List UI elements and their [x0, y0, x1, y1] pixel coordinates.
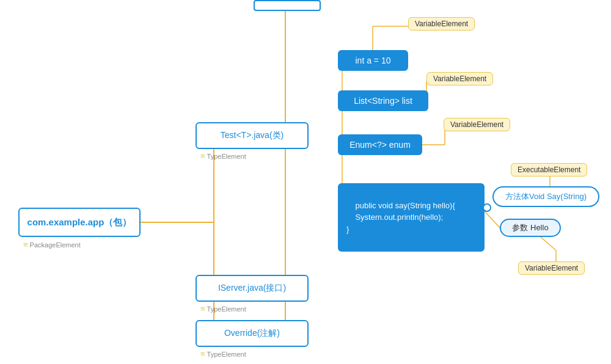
- ve4-label: VariableElement: [525, 264, 578, 272]
- var-list-label: List<String> list: [354, 96, 412, 106]
- ve2-label: VariableElement: [433, 75, 486, 83]
- method-oval-node: 方法体Void Say(String): [492, 186, 599, 207]
- test-class-sublabel: TypeElement: [200, 151, 246, 161]
- override-label: Override(注解): [224, 328, 280, 339]
- top-node: [254, 0, 321, 11]
- package-node: com.example.app（包）: [18, 208, 141, 237]
- var-enum-label: Enum<?> enum: [349, 140, 411, 150]
- ve3-label: VariableElement: [450, 120, 503, 129]
- override-sublabel: TypeElement: [200, 349, 246, 359]
- iserver-label: IServer.java(接口): [218, 283, 286, 294]
- ve4-node: VariableElement: [518, 261, 585, 275]
- connector-lines: [0, 0, 611, 364]
- iserver-sublabel: TypeElement: [200, 304, 246, 313]
- ve3-node: VariableElement: [444, 118, 510, 131]
- var-a-label: int a = 10: [356, 56, 391, 65]
- var-a-node: int a = 10: [338, 50, 408, 71]
- ve1-label: VariableElement: [415, 20, 468, 28]
- var-enum-node: Enum<?> enum: [338, 134, 422, 155]
- package-sublabel: PackageElement: [23, 240, 81, 249]
- iserver-node: IServer.java(接口): [196, 275, 309, 302]
- method-oval-label: 方法体Void Say(String): [505, 191, 587, 202]
- package-label: com.example.app（包）: [27, 217, 132, 228]
- mind-map-canvas: com.example.app（包） PackageElement Test<T…: [0, 0, 611, 364]
- test-class-label: Test<T>.java(类): [221, 130, 284, 141]
- method-connector-dot: [483, 203, 491, 212]
- ve2-node: VariableElement: [426, 72, 493, 86]
- param-oval-label: 参数 Hello: [512, 222, 548, 233]
- method-say-label: public void say(String hello){ System.ou…: [346, 201, 455, 234]
- var-list-node: List<String> list: [338, 90, 428, 111]
- ee1-node: ExecutableElement: [511, 163, 587, 177]
- test-class-node: Test<T>.java(类): [196, 122, 309, 149]
- method-say-node: public void say(String hello){ System.ou…: [338, 183, 485, 252]
- override-node: Override(注解): [196, 320, 309, 347]
- ve1-node: VariableElement: [408, 17, 475, 31]
- ee1-label: ExecutableElement: [518, 166, 580, 174]
- param-oval-node: 参数 Hello: [500, 219, 561, 237]
